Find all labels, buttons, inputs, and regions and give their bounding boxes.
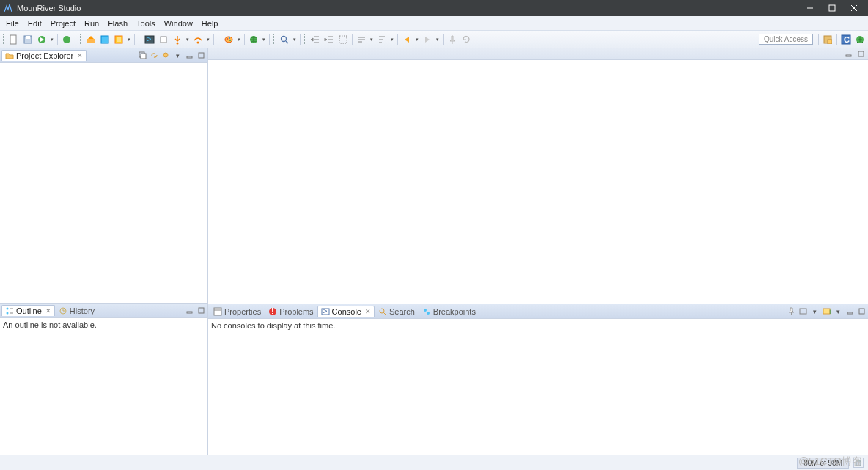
run-dropdown[interactable]: ▾ <box>49 37 55 43</box>
search-tab[interactable]: Search <box>375 306 419 317</box>
link-editor-icon[interactable] <box>149 51 159 61</box>
svg-rect-58 <box>847 312 853 314</box>
display-console-icon[interactable] <box>798 306 808 317</box>
project-explorer-body <box>0 63 207 303</box>
sort-icon[interactable] <box>375 33 389 46</box>
svg-point-16 <box>177 42 179 44</box>
console-body: No consoles to display at this time. <box>208 319 868 455</box>
minimize-icon[interactable] <box>845 306 855 317</box>
svg-point-54 <box>427 312 430 315</box>
board-dropdown[interactable]: ▾ <box>126 37 132 43</box>
svg-rect-32 <box>141 54 146 59</box>
open-console-icon[interactable]: + <box>821 306 831 317</box>
svg-line-24 <box>286 41 288 43</box>
run-icon[interactable] <box>35 33 48 46</box>
menu-run[interactable]: Run <box>80 18 103 29</box>
tab-label: Project Explorer <box>16 51 73 60</box>
svg-rect-59 <box>859 309 864 314</box>
search-icon <box>378 307 387 316</box>
collapse-all-icon[interactable] <box>137 51 147 61</box>
project-explorer-tab[interactable]: Project Explorer ✕ <box>1 50 87 61</box>
svg-rect-45 <box>214 308 221 315</box>
palette-icon[interactable] <box>222 33 235 46</box>
svg-point-8 <box>63 36 70 43</box>
history-tab[interactable]: History <box>55 305 98 316</box>
properties-tab[interactable]: Properties <box>210 306 265 317</box>
breakpoints-icon <box>422 307 431 316</box>
save-icon[interactable] <box>21 33 34 46</box>
stop-icon[interactable] <box>157 33 170 46</box>
quick-access-input[interactable]: Quick Access <box>759 34 813 45</box>
close-icon[interactable]: ✕ <box>77 52 83 59</box>
search-icon[interactable] <box>278 33 291 46</box>
tab-label: Breakpoints <box>433 307 476 316</box>
minimize-icon[interactable] <box>184 51 194 61</box>
focus-task-icon[interactable] <box>161 51 171 61</box>
minimize-icon[interactable] <box>843 49 853 59</box>
outdent-icon[interactable] <box>309 33 322 46</box>
heap-status[interactable]: 80M of 98M <box>797 458 849 469</box>
block-select-icon[interactable] <box>336 33 350 46</box>
window-title: MounRiver Studio <box>17 4 799 12</box>
globe-icon[interactable] <box>247 33 260 46</box>
menu-window[interactable]: Window <box>160 18 197 29</box>
console-tab[interactable]: >_ Console ✕ <box>317 306 375 317</box>
outline-tab[interactable]: Outline ✕ <box>1 305 55 316</box>
menu-project[interactable]: Project <box>46 18 80 29</box>
maximize-icon[interactable] <box>856 306 867 317</box>
tab-label: Properties <box>224 307 261 316</box>
problems-icon: ! <box>268 307 277 316</box>
svg-point-17 <box>197 41 199 43</box>
open-perspective-icon[interactable] <box>822 34 834 45</box>
title-bar: MounRiver Studio <box>0 0 868 16</box>
refresh-icon[interactable] <box>460 33 473 46</box>
menu-edit[interactable]: Edit <box>23 18 46 29</box>
console-empty-text: No consoles to display at this time. <box>211 321 335 330</box>
forward-icon[interactable] <box>421 33 434 46</box>
maximize-button[interactable] <box>821 0 843 16</box>
svg-point-23 <box>282 36 287 41</box>
svg-line-52 <box>383 312 386 315</box>
back-icon[interactable] <box>400 33 413 46</box>
download-icon[interactable] <box>98 33 111 46</box>
step-into-icon[interactable] <box>171 33 184 46</box>
build-icon[interactable] <box>84 33 98 46</box>
svg-rect-27 <box>828 40 832 44</box>
indent-icon[interactable] <box>323 33 336 46</box>
minimize-icon[interactable] <box>184 306 194 316</box>
new-file-icon[interactable] <box>7 33 21 46</box>
svg-rect-60 <box>856 461 861 466</box>
gc-button[interactable] <box>853 458 864 468</box>
project-explorer-tabbar: Project Explorer ✕ ▾ <box>0 48 207 63</box>
menu-file[interactable]: File <box>1 18 23 29</box>
toggle-comment-icon[interactable] <box>355 33 368 46</box>
problems-tab[interactable]: ! Problems <box>265 306 317 317</box>
breakpoints-tab[interactable]: Breakpoints <box>419 306 479 317</box>
minimize-button[interactable] <box>799 0 821 16</box>
terminal-icon[interactable]: > <box>143 33 156 46</box>
outline-empty-text: An outline is not available. <box>3 320 97 329</box>
view-menu-icon[interactable]: ▾ <box>172 51 183 61</box>
menu-help[interactable]: Help <box>197 18 223 29</box>
pin-console-icon[interactable] <box>786 306 796 317</box>
step-over-icon[interactable] <box>191 33 205 46</box>
maximize-icon[interactable] <box>856 49 866 59</box>
c-perspective-icon[interactable]: C <box>840 34 852 45</box>
close-button[interactable] <box>843 0 865 16</box>
debug-perspective-icon[interactable] <box>854 34 866 45</box>
board-icon[interactable] <box>112 33 125 46</box>
debug-icon[interactable] <box>60 33 73 46</box>
svg-rect-55 <box>800 309 806 314</box>
maximize-icon[interactable] <box>196 51 206 61</box>
pin-icon[interactable] <box>446 33 459 46</box>
history-icon <box>59 306 67 315</box>
svg-rect-10 <box>101 36 108 43</box>
menu-tools[interactable]: Tools <box>132 18 160 29</box>
svg-rect-43 <box>846 55 851 56</box>
close-icon[interactable]: ✕ <box>365 308 371 315</box>
outline-body: An outline is not available. <box>0 318 207 455</box>
maximize-icon[interactable] <box>196 306 206 316</box>
menu-flash[interactable]: Flash <box>103 18 132 29</box>
close-icon[interactable]: ✕ <box>45 307 51 315</box>
outline-icon <box>5 306 14 315</box>
